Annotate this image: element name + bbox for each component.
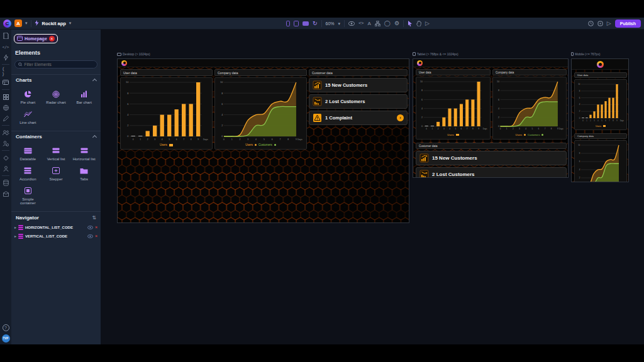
element-datatable[interactable]: Datatable	[14, 146, 42, 161]
translate-icon[interactable]: A	[368, 21, 371, 26]
tab-close-icon[interactable]: ×	[49, 36, 55, 41]
collapse-chevron-icon[interactable]	[92, 135, 97, 140]
tablet-frame[interactable]: User data 02468100123456789Days Users Co…	[413, 58, 569, 178]
svg-text:4: 4	[525, 128, 526, 130]
device-desktop-icon[interactable]	[303, 21, 309, 26]
app-name[interactable]: Rockit app	[42, 21, 66, 26]
rotate-device-icon[interactable]: ↻	[313, 21, 318, 26]
integrations-icon[interactable]	[2, 154, 9, 162]
user-data-bar-chart-widget[interactable]: 02468100123456789Days Users	[416, 77, 491, 140]
element-bar-chart[interactable]: Bar chart	[70, 90, 98, 104]
user-data-card-header[interactable]: User data	[574, 72, 627, 78]
customer-data-card-header[interactable]: Customer data	[416, 143, 567, 149]
hand-tool-icon[interactable]	[416, 21, 421, 26]
navigator-row-horizontal-list[interactable]: ▸ HORIZONTAL_LIST_CODE ×	[11, 223, 101, 232]
item-arrow-button[interactable]: ›	[397, 114, 404, 121]
svg-text:2: 2	[240, 138, 241, 141]
device-mobile-icon[interactable]	[286, 21, 290, 26]
delete-icon[interactable]: ×	[95, 225, 97, 229]
list-item-new-customers[interactable]: 15 New Customers	[416, 151, 567, 165]
database-icon[interactable]	[2, 179, 9, 187]
preview-navbar[interactable]	[572, 59, 628, 70]
theme-icon[interactable]: ◯	[384, 21, 391, 26]
preview-play-icon[interactable]: ▷	[607, 21, 611, 26]
archive-box-icon[interactable]	[2, 190, 9, 197]
delete-icon[interactable]: ×	[95, 234, 97, 238]
expand-chevron-icon[interactable]: ▸	[14, 234, 16, 238]
element-pie-chart[interactable]: Pie chart	[14, 90, 42, 104]
element-tabs[interactable]: Tabs	[70, 167, 98, 181]
tab-homepage[interactable]: Homepage ×	[14, 34, 58, 43]
element-radar-chart[interactable]: Radar chart	[42, 90, 70, 104]
user-data-card-header[interactable]: User data	[120, 69, 213, 76]
design-canvas[interactable]: Desktop (> 1024px)	[101, 30, 644, 344]
company-data-area-chart-widget[interactable]: 02468100123456789Days Users Customers	[214, 77, 307, 150]
svg-text:2: 2	[579, 177, 580, 179]
company-data-card-header[interactable]: Company data	[492, 69, 567, 75]
user-data-card-header[interactable]: User data	[416, 69, 491, 75]
visibility-eye-icon[interactable]	[87, 226, 93, 229]
run-play-icon[interactable]: ▷	[425, 21, 430, 26]
customer-data-card-header[interactable]: Customer data	[309, 69, 408, 76]
code-icon[interactable]: <>	[358, 21, 364, 26]
design-pen-icon[interactable]	[2, 114, 9, 122]
containers-section-header[interactable]: Containers	[11, 131, 101, 142]
element-simple-container[interactable]: Simple container	[14, 187, 42, 205]
app-chevron-icon[interactable]: ▾	[69, 21, 72, 26]
filter-elements-input[interactable]	[24, 62, 94, 67]
user-avatar[interactable]: TVP	[2, 334, 10, 343]
preview-navbar[interactable]	[118, 59, 409, 67]
flow-icon[interactable]	[375, 21, 380, 26]
navigator-header[interactable]: Navigator ⇅	[11, 211, 101, 223]
automations-icon[interactable]	[2, 53, 9, 61]
preview-eye-icon[interactable]	[348, 21, 355, 26]
zoom-level[interactable]: 60%	[326, 21, 335, 26]
users-icon[interactable]	[2, 129, 9, 136]
element-stepper[interactable]: Stepper	[42, 167, 70, 181]
cursor-tool-icon[interactable]	[408, 21, 413, 26]
history-icon[interactable]	[588, 21, 594, 26]
mobile-frame[interactable]: User data 02468100123456789Days Users Co…	[571, 58, 629, 182]
element-horizontal-list[interactable]: Horizontal list	[70, 146, 98, 161]
workspace-chevron-icon[interactable]: ▾	[25, 21, 28, 26]
roles-icon[interactable]	[2, 140, 9, 147]
api-code-icon[interactable]: </>	[2, 43, 9, 50]
help-icon[interactable]: ?	[3, 324, 9, 331]
element-accordion[interactable]: Accordion	[14, 167, 42, 181]
datasources-icon[interactable]	[2, 79, 9, 86]
preview-navbar[interactable]	[413, 59, 568, 67]
navigator-sort-icon[interactable]: ⇅	[92, 215, 96, 221]
collapse-chevron-icon[interactable]	[92, 79, 97, 83]
user-data-bar-chart-widget[interactable]: 02468100123456789Days Users	[574, 79, 627, 130]
company-data-card-header[interactable]: Company data	[214, 69, 307, 76]
svg-text:2: 2	[438, 128, 439, 130]
list-item-lost-customers[interactable]: 2 Lost Customers	[416, 167, 567, 178]
workspace-badge[interactable]: A	[14, 19, 22, 27]
visibility-eye-icon[interactable]	[87, 234, 93, 238]
package-icon[interactable]	[597, 21, 603, 26]
profile-icon[interactable]	[2, 165, 9, 172]
apps-grid-icon[interactable]	[2, 93, 9, 101]
publish-button[interactable]: Publish	[615, 19, 641, 28]
list-item-new-customers[interactable]: 15 New Customers	[309, 78, 408, 92]
zoom-chevron-icon[interactable]: ▾	[338, 21, 341, 26]
globe-icon[interactable]	[2, 104, 9, 111]
desktop-frame[interactable]: User data 02468100123456789Days Users Co…	[117, 58, 409, 223]
company-data-card-header[interactable]: Company data	[574, 133, 627, 139]
list-item-lost-customers[interactable]: 2 Lost Customers	[309, 94, 408, 109]
navigator-row-vertical-list[interactable]: ▸ VERTICAL_LIST_CODE ×	[11, 232, 101, 241]
charts-section-header[interactable]: Charts	[11, 74, 101, 85]
settings-gear-icon[interactable]: ⚙	[394, 21, 399, 26]
element-vertical-list[interactable]: Vertical list	[42, 146, 70, 161]
user-data-bar-chart-widget[interactable]: 02468100123456789Days Users	[120, 77, 213, 150]
device-tablet-icon[interactable]	[294, 21, 299, 26]
pages-icon[interactable]	[2, 32, 9, 40]
app-logo-icon[interactable]: C	[3, 19, 11, 28]
state-icon[interactable]: { }	[2, 68, 9, 75]
company-data-area-chart-widget[interactable]: 02468100123456789Days	[574, 140, 627, 182]
element-line-chart[interactable]: Line chart	[14, 110, 42, 124]
list-item-complaint[interactable]: 1 Complaint ›	[309, 111, 408, 125]
company-data-area-chart-widget[interactable]: 02468100123456789Days Users Customers	[492, 77, 567, 140]
expand-chevron-icon[interactable]: ▸	[14, 225, 16, 229]
filter-elements-field[interactable]	[14, 60, 97, 69]
